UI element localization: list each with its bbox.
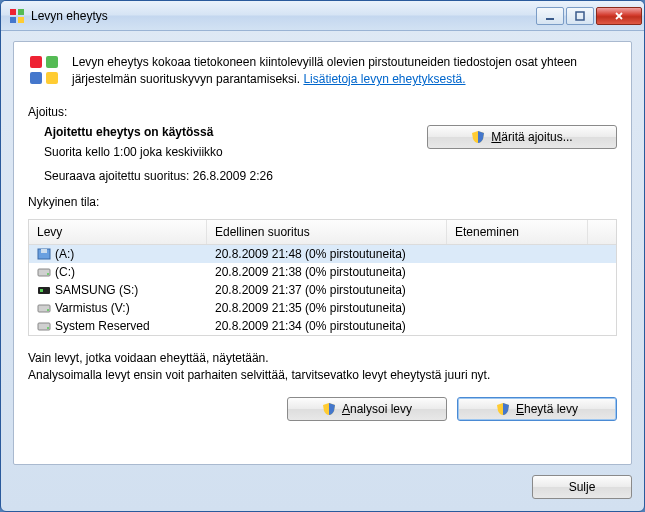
disk-name: SAMSUNG (S:): [55, 283, 138, 297]
last-run-cell: 20.8.2009 21:37 (0% pirstoutuneita): [207, 283, 447, 297]
table-row[interactable]: (A:)20.8.2009 21:48 (0% pirstoutuneita): [29, 245, 616, 263]
disk-name: System Reserved: [55, 319, 150, 333]
disk-name: Varmistus (V:): [55, 301, 130, 315]
drive-icon: [37, 320, 51, 332]
svg-rect-14: [38, 287, 50, 294]
maximize-button[interactable]: [566, 7, 594, 25]
disk-name: (C:): [55, 265, 75, 279]
window-frame: Levyn eheytys Levyn eheytys kokoaa tieto…: [0, 0, 645, 512]
action-buttons: Analysoi levy Eheytä levy: [28, 397, 617, 421]
drive-icon: [37, 248, 51, 260]
shield-icon: [322, 402, 336, 416]
intro-text: Levyn eheytys kokoaa tietokoneen kiintol…: [72, 54, 617, 89]
last-run-cell: 20.8.2009 21:34 (0% pirstoutuneita): [207, 319, 447, 333]
drive-icon: [37, 302, 51, 314]
note-section: Vain levyt, jotka voidaan eheyttää, näyt…: [28, 350, 617, 385]
svg-rect-5: [576, 12, 584, 20]
minimize-button[interactable]: [536, 7, 564, 25]
titlebar[interactable]: Levyn eheytys: [1, 1, 644, 31]
schedule-row: Ajoitettu eheytys on käytössä Suorita ke…: [28, 125, 617, 193]
main-panel: Levyn eheytys kokoaa tietokoneen kiintol…: [13, 41, 632, 465]
disk-cell: SAMSUNG (S:): [29, 283, 207, 297]
intro-section: Levyn eheytys kokoaa tietokoneen kiintol…: [28, 54, 617, 89]
svg-rect-2: [10, 17, 16, 23]
last-run-cell: 20.8.2009 21:38 (0% pirstoutuneita): [207, 265, 447, 279]
svg-rect-4: [546, 18, 554, 20]
col-last-run[interactable]: Edellinen suoritus: [207, 220, 447, 244]
disk-cell: Varmistus (V:): [29, 301, 207, 315]
last-run-cell: 20.8.2009 21:48 (0% pirstoutuneita): [207, 247, 447, 261]
configure-schedule-button[interactable]: Märitä ajoitus...: [427, 125, 617, 149]
svg-rect-6: [30, 56, 42, 68]
svg-rect-11: [41, 249, 47, 253]
svg-point-13: [47, 273, 49, 275]
note-line1: Vain levyt, jotka voidaan eheyttää, näyt…: [28, 350, 617, 367]
disk-cell: System Reserved: [29, 319, 207, 333]
content-area: Levyn eheytys kokoaa tietokoneen kiintol…: [1, 31, 644, 511]
svg-rect-7: [46, 56, 58, 68]
svg-point-19: [47, 327, 49, 329]
svg-rect-8: [30, 72, 42, 84]
svg-rect-3: [18, 17, 24, 23]
disk-cell: (A:): [29, 247, 207, 261]
footer-buttons: Sulje: [13, 475, 632, 499]
col-disk[interactable]: Levy: [29, 220, 207, 244]
drive-icon: [37, 266, 51, 278]
configure-label: Märitä ajoitus...: [491, 130, 572, 144]
disk-cell: (C:): [29, 265, 207, 279]
disk-name: (A:): [55, 247, 74, 261]
table-row[interactable]: Varmistus (V:)20.8.2009 21:35 (0% pirsto…: [29, 299, 616, 317]
schedule-info: Ajoitettu eheytys on käytössä Suorita ke…: [28, 125, 427, 193]
defrag-button[interactable]: Eheytä levy: [457, 397, 617, 421]
defrag-label: Eheytä levy: [516, 402, 578, 416]
svg-rect-0: [10, 9, 16, 15]
close-panel-button[interactable]: Sulje: [532, 475, 632, 499]
disk-list-body: (A:)20.8.2009 21:48 (0% pirstoutuneita)(…: [29, 245, 616, 335]
table-row[interactable]: SAMSUNG (S:)20.8.2009 21:37 (0% pirstout…: [29, 281, 616, 299]
disk-list-header: Levy Edellinen suoritus Eteneminen: [29, 220, 616, 245]
learn-more-link[interactable]: Lisätietoja levyn eheytyksestä.: [303, 72, 465, 86]
schedule-next-run: Seuraava ajoitettu suoritus: 26.8.2009 2…: [44, 169, 427, 183]
col-spacer: [588, 220, 616, 244]
drive-icon: [37, 284, 51, 296]
svg-rect-1: [18, 9, 24, 15]
schedule-button-wrap: Märitä ajoitus...: [427, 125, 617, 193]
last-run-cell: 20.8.2009 21:35 (0% pirstoutuneita): [207, 301, 447, 315]
note-line2: Analysoimalla levyt ensin voit parhaiten…: [28, 367, 617, 384]
svg-point-17: [47, 309, 49, 311]
window-title: Levyn eheytys: [31, 9, 534, 23]
table-row[interactable]: (C:)20.8.2009 21:38 (0% pirstoutuneita): [29, 263, 616, 281]
disk-list: Levy Edellinen suoritus Eteneminen (A:)2…: [28, 219, 617, 336]
analyze-button[interactable]: Analysoi levy: [287, 397, 447, 421]
schedule-detail: Suorita kello 1:00 joka keskiviikko: [44, 145, 427, 159]
svg-rect-9: [46, 72, 58, 84]
scheduling-label: Ajoitus:: [28, 105, 617, 119]
close-button[interactable]: [596, 7, 642, 25]
svg-rect-15: [40, 289, 43, 292]
schedule-status: Ajoitettu eheytys on käytössä: [44, 125, 427, 139]
shield-icon: [496, 402, 510, 416]
table-row[interactable]: System Reserved20.8.2009 21:34 (0% pirst…: [29, 317, 616, 335]
analyze-label: Analysoi levy: [342, 402, 412, 416]
shield-icon: [471, 130, 485, 144]
defrag-large-icon: [28, 54, 60, 86]
window-controls: [534, 7, 642, 25]
current-state-label: Nykyinen tila:: [28, 195, 617, 209]
defrag-app-icon: [9, 8, 25, 24]
col-progress[interactable]: Eteneminen: [447, 220, 588, 244]
